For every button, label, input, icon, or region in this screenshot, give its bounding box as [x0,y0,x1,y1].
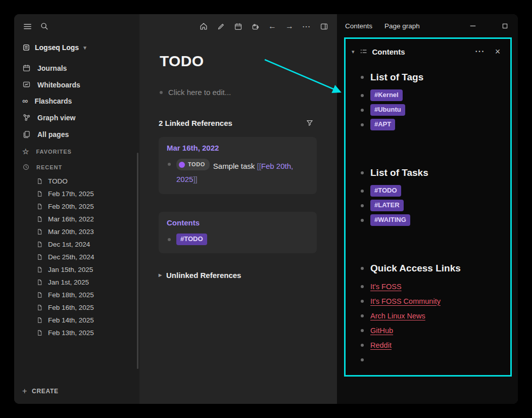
block-bullet[interactable] [361,171,364,174]
page-icon [36,266,43,273]
graph-switcher[interactable]: Logseq Logs ▾ [14,38,139,60]
sidebar-item-whiteboards[interactable]: Whiteboards [14,76,139,93]
recent-item-label: Feb 20th, 2025 [48,203,94,210]
sidebar-item-all-pages[interactable]: All pages [14,126,139,143]
recent-item[interactable]: Jan 15th, 2025 [14,263,139,276]
maximize-icon [502,23,508,29]
block-bullet[interactable] [168,163,171,166]
home-button[interactable] [197,19,211,33]
favorites-label: FAVORITES [36,149,71,155]
block-bullet[interactable] [361,300,364,303]
recent-item[interactable]: Feb 18th, 2025 [14,289,139,301]
recent-item[interactable]: TODO [14,175,139,188]
block-bullet[interactable] [361,123,364,126]
external-link[interactable]: Arch Linux News [370,312,425,320]
block-bullet[interactable] [361,329,364,332]
block-bullet[interactable] [361,267,364,270]
block-bullet[interactable] [361,344,364,347]
filter-icon [306,119,314,127]
block-bullet[interactable] [160,91,163,94]
create-button[interactable]: + CREATE [14,379,139,404]
todo-checkbox[interactable]: TODO [176,159,210,170]
tag-pill[interactable]: #LATER [370,200,404,211]
sidebar-item-graph-view[interactable]: Graph view [14,109,139,126]
titlebar-tab-page-graph[interactable]: Page graph [384,22,420,30]
external-link[interactable]: GitHub [370,327,393,335]
nav-back-button[interactable]: ← [265,19,279,33]
task-text: Sample task [213,162,257,170]
recent-item[interactable]: Feb 16th, 2025 [14,301,139,314]
block-bullet[interactable] [361,219,364,222]
minimize-button[interactable] [469,20,476,31]
recent-item-label: Dec 25th, 2024 [48,253,94,261]
panel-close-button[interactable]: × [491,45,504,58]
hamburger-icon [23,22,32,31]
external-link[interactable]: It's FOSS Community [370,297,441,305]
ref-open-bracket: [[ [257,162,261,170]
block-bullet[interactable] [168,238,171,241]
recent-item-label: Jan 1st, 2025 [48,278,89,286]
recent-item[interactable]: Dec 25th, 2024 [14,251,139,263]
recent-item[interactable]: Feb 13th, 2025 [14,327,139,339]
external-link[interactable]: Reddit [370,341,392,349]
sidebar-item-journals[interactable]: Journals [14,60,139,76]
sidebar-scrollbar[interactable] [137,153,138,369]
nav-label: Whiteboards [37,81,80,89]
page-icon [36,317,43,323]
nav-label: Journals [37,64,67,72]
collapse-chevron-icon[interactable]: ▾ [352,49,355,55]
maximize-button[interactable] [502,20,508,31]
block-bullet[interactable] [361,314,364,317]
block-bullet[interactable] [361,285,364,288]
editor-placeholder[interactable]: Click here to edit... [168,88,231,97]
block-bullet[interactable] [361,190,364,193]
journal-button[interactable] [231,19,245,33]
linked-refs-heading[interactable]: 2 Linked References [159,119,232,127]
minimize-icon [469,22,476,29]
unlinked-refs-toggle[interactable]: ▸ Unlinked References [159,271,317,280]
titlebar-tab-contents[interactable]: Contents [345,22,372,30]
block-bullet[interactable] [361,358,364,361]
recent-item[interactable]: Feb 20th, 2025 [14,200,139,213]
sidebar-toggle-icon [320,22,328,31]
tag-pill[interactable]: #TODO [370,185,401,197]
page-content: TODO Click here to edit... 2 Linked Refe… [139,38,337,280]
tag-pill[interactable]: #Kernel [370,89,403,101]
menu-button[interactable] [20,19,34,33]
search-button[interactable] [37,19,52,33]
recent-item[interactable]: Feb 17th, 2025 [14,188,139,200]
new-page-button[interactable] [214,19,228,33]
recent-list: TODO Feb 17th, 2025 Feb 20th, 2025 Mar 1… [14,175,139,339]
filter-button[interactable] [303,116,317,130]
recent-item[interactable]: Dec 1st, 2024 [14,238,139,251]
recent-section-header[interactable]: RECENT [14,158,139,174]
block-bullet[interactable] [361,109,364,112]
tag-pill[interactable]: #WAITING [370,214,410,226]
empty-block [361,352,504,367]
panel-title[interactable]: Contents [372,48,405,56]
recent-item[interactable]: Jan 1st, 2025 [14,276,139,289]
link-block: It's FOSS Community [361,294,504,308]
nav-forward-button[interactable]: → [282,19,297,33]
block-bullet[interactable] [361,94,364,97]
chevron-right-icon: ▸ [159,271,162,278]
block-bullet[interactable] [361,76,364,79]
ref-source-page-link[interactable]: Contents [167,218,200,227]
plugins-button[interactable] [248,19,262,33]
toggle-right-sidebar-button[interactable] [317,19,331,33]
tag-block: #Ubuntu [361,103,504,117]
panel-more-button[interactable]: ··· [473,45,487,58]
external-link[interactable]: It's FOSS [370,283,402,291]
sidebar-item-flashcards[interactable]: ∞ Flashcards [14,93,139,109]
recent-item[interactable]: Mar 16th, 2022 [14,213,139,225]
ref-source-page-link[interactable]: Mar 16th, 2022 [167,144,219,152]
more-options-button[interactable]: ··· [300,19,314,33]
tag-pill[interactable]: #Ubuntu [370,104,405,116]
block-bullet[interactable] [361,204,364,207]
recent-item[interactable]: Mar 20th, 2023 [14,225,139,238]
recent-item[interactable]: Feb 14th, 2025 [14,314,139,327]
sidebar-top-bar [14,14,139,38]
tag-pill[interactable]: #TODO [176,234,207,245]
favorites-section-header[interactable]: ☆ FAVORITES [14,143,139,158]
tag-pill[interactable]: #APT [370,119,395,130]
